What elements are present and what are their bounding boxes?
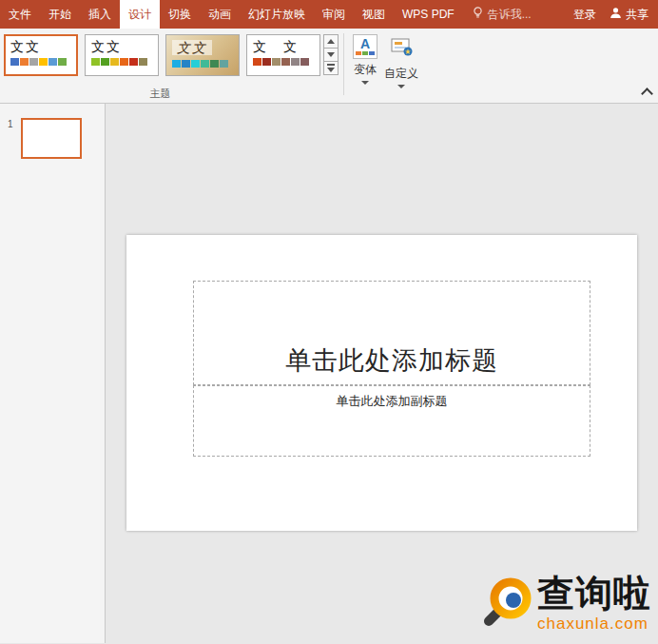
login-button[interactable]: 登录 (573, 7, 596, 23)
slide-editing-surface[interactable]: 单击此处添加标题 单击此处添加副标题 (126, 235, 637, 531)
customize-icon (389, 34, 414, 63)
editing-canvas: 单击此处添加标题 单击此处添加副标题 (106, 104, 658, 643)
slide-1-thumbnail[interactable] (21, 118, 82, 159)
theme-thumbnail-3[interactable]: 文文 (165, 34, 240, 76)
watermark-brand: 查询啦 (537, 575, 651, 614)
theme-thumbnail-1[interactable]: 文文 (4, 34, 78, 76)
subtitle-placeholder-text: 单击此处添加副标题 (337, 393, 448, 410)
subtitle-placeholder[interactable]: 单击此处添加副标题 (193, 385, 590, 457)
lightbulb-icon (473, 7, 483, 22)
powerpoint-window: 文件 开始 插入 设计 切换 动画 幻灯片放映 审阅 视图 WPS PDF 告诉… (0, 0, 658, 644)
gallery-scroll-down-button[interactable] (323, 48, 339, 62)
gallery-scroll-up-button[interactable] (323, 34, 339, 49)
titlebar-spacer (541, 0, 573, 29)
tab-view[interactable]: 视图 (354, 0, 394, 29)
gallery-more-button[interactable] (323, 61, 339, 75)
theme-thumbnail-4[interactable]: 文 文 (246, 34, 320, 76)
triangle-down-icon (327, 52, 335, 57)
tab-design[interactable]: 设计 (120, 0, 160, 29)
variants-icon: A (353, 34, 377, 59)
tab-file[interactable]: 文件 (0, 0, 40, 29)
share-label: 共享 (626, 7, 648, 23)
tab-review[interactable]: 审阅 (314, 0, 354, 29)
variants-button[interactable]: A 变体 (347, 29, 383, 103)
tab-slideshow[interactable]: 幻灯片放映 (240, 0, 314, 29)
tab-wps-pdf[interactable]: WPS PDF (394, 0, 463, 29)
chevron-down-icon (361, 81, 369, 85)
tab-insert[interactable]: 插入 (80, 0, 120, 29)
person-icon (610, 7, 622, 22)
themes-gallery: 文文 文文 文文 文 文 (0, 29, 320, 76)
theme-label: 文文 (91, 39, 152, 54)
more-bar-icon (327, 64, 335, 66)
theme-color-strip (253, 58, 314, 66)
theme-label: 文文 (10, 39, 71, 54)
tab-animations[interactable]: 动画 (200, 0, 240, 29)
tab-home[interactable]: 开始 (40, 0, 80, 29)
ribbon-tab-bar: 文件 开始 插入 设计 切换 动画 幻灯片放映 审阅 视图 WPS PDF 告诉… (0, 0, 658, 29)
theme-color-strip (10, 58, 71, 66)
share-button[interactable]: 共享 (610, 7, 648, 23)
group-separator (343, 33, 344, 95)
watermark: 查询啦 chaxunla.com (479, 575, 651, 634)
tell-me-box[interactable]: 告诉我... (463, 0, 541, 29)
ribbon-design: 文文 文文 文文 文 文 主题 (0, 29, 658, 104)
watermark-domain: chaxunla.com (537, 615, 648, 634)
theme-label: 文 文 (253, 39, 314, 54)
title-placeholder-text: 单击此处添加标题 (285, 343, 498, 378)
slide-number: 1 (8, 119, 13, 129)
theme-color-strip (91, 58, 152, 66)
variants-label: 变体 (354, 62, 377, 78)
theme-color-strip (172, 60, 233, 68)
tab-transitions[interactable]: 切换 (160, 0, 200, 29)
main-area: 1 单击此处添加标题 单击此处添加副标题 (0, 104, 658, 643)
theme-thumbnail-2[interactable]: 文文 (85, 34, 159, 76)
triangle-up-icon (327, 39, 335, 44)
gallery-scroll-controls (323, 29, 339, 103)
themes-group-label: 主题 (0, 87, 320, 101)
magnifier-logo-icon (479, 575, 534, 634)
customize-label: 自定义 (384, 66, 418, 82)
slides-panel: 1 (0, 104, 106, 643)
tell-me-label: 告诉我... (488, 7, 532, 23)
chevron-down-icon (397, 85, 405, 88)
theme-label: 文文 (172, 40, 212, 55)
title-placeholder[interactable]: 单击此处添加标题 (193, 281, 590, 385)
themes-group: 文文 文文 文文 文 文 主题 (0, 29, 320, 103)
slide-thumbnail-row: 1 (0, 118, 105, 159)
customize-button[interactable]: 自定义 (383, 29, 419, 103)
triangle-down-icon (327, 68, 335, 72)
collapse-ribbon-icon[interactable] (640, 87, 653, 98)
